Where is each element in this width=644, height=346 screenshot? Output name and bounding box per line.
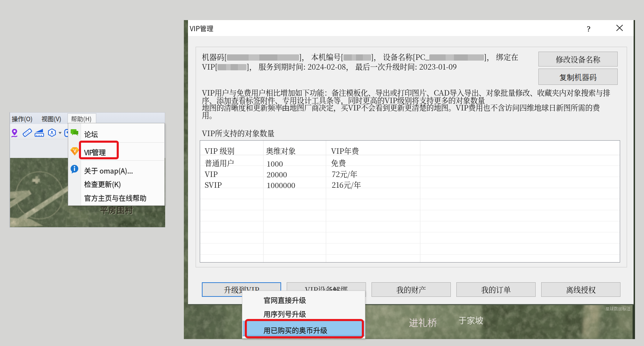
svg-text:进礼桥: 进礼桥 [409,316,437,329]
svg-text:V: V [73,149,76,153]
svg-text:于家坡: 于家坡 [458,314,483,326]
svg-text:星球数据标注: 星球数据标注 [606,305,630,311]
